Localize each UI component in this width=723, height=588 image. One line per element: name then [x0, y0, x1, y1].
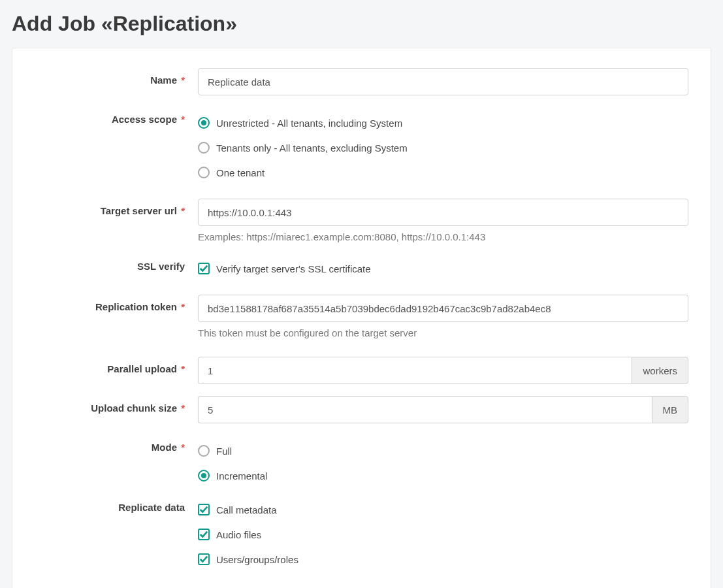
checkbox-audio-files[interactable]: Audio files	[198, 527, 688, 542]
required-mark: *	[181, 205, 185, 216]
target-server-url-help: Examples: https://miarec1.example.com:80…	[198, 231, 688, 242]
row-replicate-data: Replicate data Call metadata Audio files…	[35, 502, 688, 567]
required-mark: *	[181, 114, 185, 125]
upload-chunk-size-input[interactable]	[198, 396, 652, 423]
check-icon	[198, 529, 210, 540]
radio-label: Incremental	[216, 470, 267, 482]
radio-mode-incremental[interactable]: Incremental	[198, 468, 688, 483]
checkbox-label: Verify target server's SSL certificate	[216, 263, 371, 274]
label-parallel-upload: Parallel upload *	[35, 357, 198, 374]
checkbox-label: Call metadata	[216, 504, 277, 515]
label-mode: Mode *	[35, 442, 198, 453]
required-mark: *	[181, 363, 185, 374]
page-title: Add Job «Replication»	[0, 0, 723, 48]
label-target-server-url: Target server url *	[35, 199, 198, 216]
row-upload-chunk-size: Upload chunk size * MB	[35, 396, 688, 423]
row-parallel-upload: Parallel upload * workers	[35, 357, 688, 384]
form-panel: Name * Access scope * Unrestricted - All…	[12, 48, 711, 588]
label-replicate-data: Replicate data	[35, 502, 198, 513]
required-mark: *	[181, 74, 185, 86]
label-ssl-verify: SSL verify	[35, 261, 198, 272]
required-mark: *	[181, 301, 185, 312]
check-icon	[198, 263, 210, 274]
radio-icon	[198, 167, 210, 178]
radio-access-one-tenant[interactable]: One tenant	[198, 165, 688, 180]
checkbox-users-groups-roles[interactable]: Users/groups/roles	[198, 551, 688, 567]
radio-label: Unrestricted - All tenants, including Sy…	[216, 118, 402, 129]
radio-access-tenants-only[interactable]: Tenants only - All tenants, excluding Sy…	[198, 140, 688, 155]
label-upload-chunk-size: Upload chunk size *	[35, 396, 198, 414]
checkbox-call-metadata[interactable]: Call metadata	[198, 502, 688, 517]
radio-icon	[198, 470, 210, 482]
upload-chunk-size-unit: MB	[652, 396, 689, 423]
row-ssl-verify: SSL verify Verify target server's SSL ce…	[35, 261, 688, 276]
row-target-server-url: Target server url * Examples: https://mi…	[35, 199, 688, 242]
replication-token-help: This token must be configured on the tar…	[198, 327, 688, 338]
parallel-upload-input[interactable]	[198, 357, 632, 384]
radio-icon	[198, 142, 210, 154]
checkbox-ssl-verify[interactable]: Verify target server's SSL certificate	[198, 261, 688, 276]
row-replication-token: Replication token * This token must be c…	[35, 295, 688, 338]
target-server-url-input[interactable]	[198, 199, 688, 226]
radio-access-unrestricted[interactable]: Unrestricted - All tenants, including Sy…	[198, 115, 688, 131]
radio-label: Full	[216, 446, 232, 457]
label-name: Name *	[35, 68, 198, 86]
row-access-scope: Access scope * Unrestricted - All tenant…	[35, 114, 688, 180]
label-access-scope: Access scope *	[35, 114, 198, 125]
checkbox-label: Users/groups/roles	[216, 554, 298, 565]
name-input[interactable]	[198, 68, 688, 95]
radio-icon	[198, 117, 210, 129]
required-mark: *	[181, 402, 185, 414]
radio-icon	[198, 445, 210, 457]
replication-token-input[interactable]	[198, 295, 688, 322]
row-mode: Mode * Full Incremental	[35, 442, 688, 483]
label-replication-token: Replication token *	[35, 295, 198, 312]
check-icon	[198, 553, 210, 565]
radio-label: One tenant	[216, 167, 265, 178]
radio-mode-full[interactable]: Full	[198, 443, 688, 459]
required-mark: *	[181, 442, 185, 453]
row-name: Name *	[35, 68, 688, 95]
radio-label: Tenants only - All tenants, excluding Sy…	[216, 142, 408, 154]
checkbox-label: Audio files	[216, 529, 261, 540]
check-icon	[198, 504, 210, 515]
parallel-upload-unit: workers	[632, 357, 688, 384]
